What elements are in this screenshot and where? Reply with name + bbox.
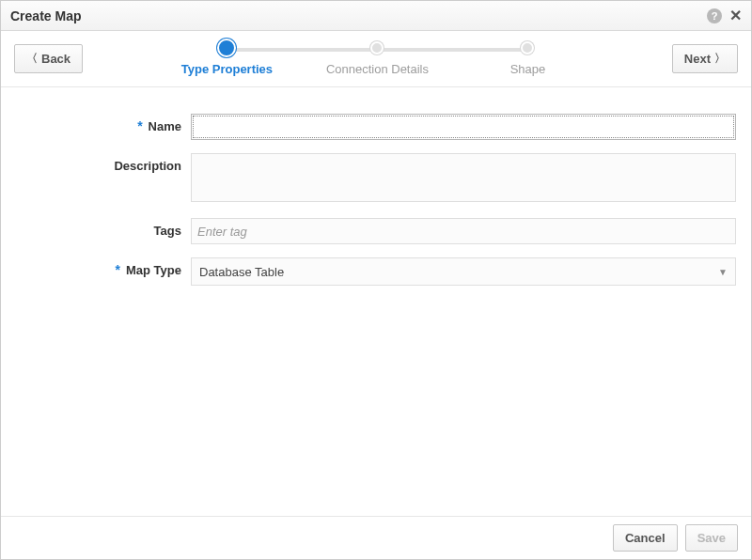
tags-label: Tags	[154, 224, 181, 238]
create-map-dialog: Create Map ? ✕ 〈 Back Type Properties Co…	[0, 0, 752, 560]
form-body: * Name Description Tags	[1, 87, 751, 516]
next-button-label: Next	[684, 52, 711, 66]
chevron-right-icon: 〉	[714, 51, 726, 67]
dialog-title: Create Map	[10, 8, 81, 23]
save-button-label: Save	[697, 531, 726, 545]
maptype-row: * Map Type Database Table ▼	[16, 257, 736, 286]
name-label-cell: * Name	[16, 114, 191, 140]
dialog-header: Create Map ? ✕	[1, 1, 751, 31]
name-label: Name	[149, 119, 181, 133]
step-label: Shape	[510, 62, 546, 76]
cancel-button-label: Cancel	[625, 531, 666, 545]
chevron-down-icon: ▼	[718, 267, 728, 277]
step-label: Type Properties	[181, 62, 273, 76]
maptype-select[interactable]: Database Table ▼	[191, 257, 736, 286]
back-button[interactable]: 〈 Back	[14, 44, 83, 73]
step-dot-icon	[217, 39, 236, 57]
step-label: Connection Details	[326, 62, 429, 76]
description-label-cell: Description	[16, 153, 191, 205]
step-shape[interactable]: Shape	[452, 41, 603, 76]
chevron-left-icon: 〈	[26, 51, 38, 67]
tags-input[interactable]	[191, 218, 736, 244]
back-button-label: Back	[41, 52, 70, 66]
maptype-label-cell: * Map Type	[16, 257, 191, 286]
wizard-bar: 〈 Back Type Properties Connection Detail…	[1, 31, 751, 87]
header-icons: ? ✕	[707, 8, 742, 23]
step-indicator: Type Properties Connection Details Shape	[83, 41, 672, 76]
name-input[interactable]	[191, 114, 736, 140]
help-icon[interactable]: ?	[707, 8, 722, 23]
cancel-button[interactable]: Cancel	[613, 524, 678, 552]
next-button[interactable]: Next 〉	[672, 44, 738, 73]
save-button[interactable]: Save	[685, 524, 738, 552]
maptype-value: Database Table	[199, 265, 284, 279]
required-asterisk-icon: *	[116, 263, 120, 276]
step-dot-icon	[370, 41, 384, 54]
required-asterisk-icon: *	[137, 119, 142, 132]
step-type-properties[interactable]: Type Properties	[151, 41, 302, 76]
description-row: Description	[16, 153, 736, 205]
tags-label-cell: Tags	[16, 218, 191, 244]
step-connection-details[interactable]: Connection Details	[302, 41, 452, 76]
tags-row: Tags	[16, 218, 736, 244]
description-label: Description	[114, 159, 181, 173]
dialog-footer: Cancel Save	[1, 516, 751, 559]
maptype-label: Map Type	[126, 263, 181, 277]
name-row: * Name	[16, 114, 736, 140]
close-icon[interactable]: ✕	[729, 8, 742, 23]
step-dot-icon	[521, 41, 534, 54]
description-input[interactable]	[191, 153, 736, 202]
